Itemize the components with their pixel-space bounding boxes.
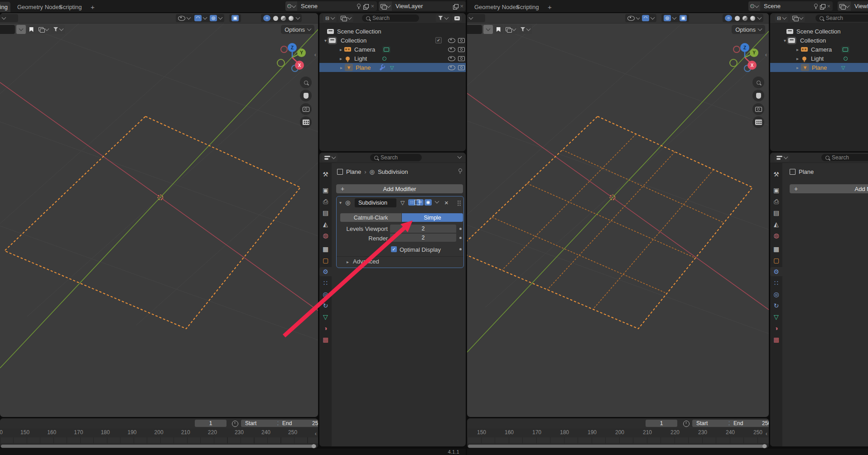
tab-modifiers[interactable]: ⚙ bbox=[770, 267, 782, 276]
gizmo-minus-x[interactable] bbox=[733, 46, 740, 53]
perspective-toggle-button[interactable] bbox=[752, 116, 764, 128]
subdivision-modifier-panel[interactable]: ▾ ◎ Subdivision ▽ ∷ ⃞▭ ◉ × Catmull-Clark… bbox=[336, 196, 464, 268]
animate-dot[interactable] bbox=[459, 248, 462, 250]
close-icon[interactable]: × bbox=[460, 3, 463, 10]
workspace-add-tab-button[interactable]: + bbox=[86, 2, 99, 12]
timeline-scrollbar[interactable] bbox=[468, 445, 767, 448]
shading-solid-icon[interactable] bbox=[735, 16, 740, 21]
shading-rendered-icon[interactable] bbox=[750, 16, 755, 21]
pin-icon[interactable] bbox=[356, 4, 361, 9]
pan-tool-button[interactable] bbox=[300, 90, 312, 101]
shading-wireframe-icon[interactable]: ○ bbox=[725, 15, 732, 21]
gizmo-x[interactable]: X bbox=[747, 61, 757, 70]
animate-dot[interactable] bbox=[459, 237, 462, 239]
frame-end-field[interactable]: End250 bbox=[278, 420, 318, 427]
filter-button[interactable] bbox=[51, 25, 65, 34]
tab-constraints[interactable]: ↻ bbox=[770, 301, 782, 310]
timeline-collapse-arrow[interactable]: ‹ bbox=[766, 430, 767, 437]
timeline-ruler[interactable]: 150160170180190200210220230240250 bbox=[467, 429, 769, 437]
gizmo-y[interactable]: Y bbox=[297, 48, 306, 57]
panel-collapse-icon[interactable]: ▾ bbox=[339, 200, 342, 205]
filter-button[interactable] bbox=[518, 25, 532, 34]
tab-output[interactable]: ⎙ bbox=[319, 197, 332, 206]
tab-scene[interactable]: ◭ bbox=[770, 220, 782, 229]
gizmo-z[interactable]: Z bbox=[288, 43, 297, 52]
workspace-tab-scripting[interactable]: Scripting bbox=[511, 2, 544, 12]
outliner-row-collection[interactable]: ▾ Collection ✓ bbox=[319, 36, 466, 45]
view-object-types-button[interactable] bbox=[37, 25, 50, 34]
hide-eye-toggle[interactable] bbox=[448, 47, 455, 52]
sidebar-collapse-arrow[interactable]: ‹ bbox=[765, 51, 767, 58]
properties-editor-type[interactable] bbox=[322, 153, 338, 162]
outliner-row-plane-selected[interactable]: ▸ ▼ Plane ▽ bbox=[770, 63, 868, 72]
hide-eye-toggle[interactable] bbox=[448, 56, 455, 61]
tab-data[interactable]: ▽ bbox=[319, 312, 332, 321]
tab-constraints[interactable]: ↻ bbox=[319, 301, 332, 310]
expand-icon[interactable]: ▸ bbox=[340, 65, 342, 70]
perspective-toggle-button[interactable] bbox=[300, 116, 312, 128]
gizmo-minus-x[interactable] bbox=[280, 46, 288, 53]
current-frame-field[interactable]: 1 bbox=[646, 420, 677, 427]
workspace-add-tab-button[interactable]: + bbox=[543, 2, 556, 12]
copy-scene-icon[interactable] bbox=[363, 4, 368, 9]
clock-icon[interactable] bbox=[683, 421, 690, 427]
properties-search-input[interactable]: Search bbox=[370, 154, 422, 161]
gizmo-z[interactable]: Z bbox=[740, 43, 749, 52]
viewport-3d-left[interactable]: ◠ ◎ ▣ ○ Options ‹ Z Y X bbox=[0, 13, 318, 417]
hide-eye-toggle[interactable] bbox=[448, 38, 455, 43]
viewlayer-selector[interactable]: ViewLayer bbox=[838, 1, 868, 11]
editor-type-menu[interactable] bbox=[0, 14, 18, 22]
options-dropdown[interactable]: Options bbox=[732, 25, 765, 34]
outliner-filter[interactable] bbox=[436, 14, 450, 22]
timeline-ruler[interactable]: 140150160170180190200210220230240250 bbox=[0, 429, 318, 437]
outliner-row-light[interactable]: ▸ Light bbox=[319, 54, 466, 63]
copy-scene-icon[interactable] bbox=[820, 4, 825, 9]
tab-collection[interactable]: ▦ bbox=[770, 244, 782, 254]
outliner-row-camera[interactable]: ▸ Camera bbox=[319, 45, 466, 54]
shading-mode-pill[interactable]: ○ bbox=[723, 14, 763, 22]
outliner-view-mode[interactable] bbox=[338, 14, 353, 22]
shading-mode-pill[interactable]: ○ bbox=[261, 14, 302, 22]
advanced-collapse-icon[interactable]: ▸ bbox=[347, 259, 349, 264]
properties-editor-type[interactable] bbox=[774, 153, 790, 162]
tab-tool[interactable]: ⚒ bbox=[770, 170, 782, 179]
outliner-row-camera[interactable]: ▸ Camera bbox=[770, 45, 868, 54]
pin-icon[interactable] bbox=[813, 4, 818, 9]
render-levels-field[interactable]: 2 bbox=[390, 234, 456, 242]
timeline-collapse-arrow[interactable]: ‹ bbox=[315, 430, 317, 437]
timeline-scrollbar-track[interactable] bbox=[467, 444, 769, 448]
scrollbar-knob[interactable] bbox=[312, 444, 316, 448]
on-cage-icon[interactable]: ▽ bbox=[400, 200, 405, 206]
shading-rendered-icon[interactable] bbox=[289, 16, 294, 21]
outliner-left[interactable]: ⊟ Search Scene Collection ▾ Collection ✓… bbox=[319, 13, 466, 151]
options-dropdown[interactable]: Options bbox=[281, 25, 314, 34]
tab-collection[interactable]: ▦ bbox=[319, 244, 332, 254]
tab-data[interactable]: ▽ bbox=[770, 312, 782, 321]
expand-icon[interactable]: ▸ bbox=[340, 56, 342, 61]
gizmo-minus-y[interactable] bbox=[729, 59, 738, 67]
tab-material[interactable]: ◑ bbox=[319, 324, 332, 333]
annotate-tool-button[interactable] bbox=[494, 25, 503, 34]
properties-right[interactable]: Search ⚒ ▣⎙▤◭◍ ▦▢⚙∷◎↻▽◑▩ Plane + Add Mod… bbox=[770, 153, 868, 446]
mode-dropdown-cut[interactable] bbox=[467, 25, 482, 34]
tool-dropdown[interactable] bbox=[483, 25, 493, 34]
zoom-tool-button[interactable] bbox=[300, 77, 312, 88]
outliner-row-scene-collection[interactable]: Scene Collection bbox=[319, 27, 466, 36]
pin-icon[interactable] bbox=[458, 168, 462, 174]
gizmo-minus-y[interactable] bbox=[277, 59, 285, 67]
shading-material-icon[interactable] bbox=[743, 16, 747, 21]
xray-toggle[interactable]: ▣ bbox=[677, 14, 689, 22]
tab-output[interactable]: ⎙ bbox=[770, 197, 782, 206]
outliner-display-mode[interactable]: ⊟ bbox=[775, 14, 788, 22]
sidebar-collapse-arrow[interactable]: ‹ bbox=[314, 51, 316, 58]
copy-viewlayer-icon[interactable] bbox=[453, 4, 458, 9]
outliner-search-input[interactable]: Search bbox=[362, 14, 419, 22]
add-modifier-button[interactable]: + Add Modifier bbox=[336, 184, 463, 193]
tab-world[interactable]: ◍ bbox=[319, 231, 332, 240]
tab-view-layer[interactable]: ▤ bbox=[770, 208, 782, 217]
tab-particles[interactable]: ∷ bbox=[319, 278, 332, 287]
view-object-types-button[interactable] bbox=[504, 25, 517, 34]
timeline-scrollbar[interactable] bbox=[1, 445, 316, 448]
expand-icon[interactable]: ▸ bbox=[796, 65, 799, 70]
levels-viewport-field[interactable]: 2 bbox=[390, 225, 456, 233]
